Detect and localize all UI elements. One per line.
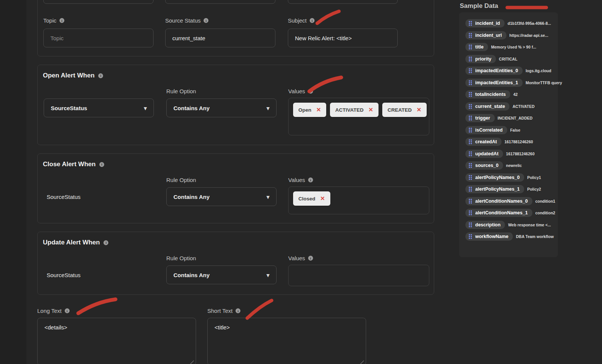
resize-handle-icon[interactable] bbox=[360, 361, 364, 364]
cutoff-input-3[interactable] bbox=[288, 0, 398, 4]
remove-icon[interactable]: ✕ bbox=[316, 106, 321, 113]
sample-field-pill[interactable]: alertPolicyNames_1 bbox=[465, 185, 524, 193]
sample-field-pill[interactable]: createdAt bbox=[465, 138, 502, 146]
sample-data-row[interactable]: impactedEntities_0 logs.itg.cloud bbox=[465, 67, 558, 75]
update-rule-option-dropdown[interactable]: Contains Any ▾ bbox=[166, 265, 277, 284]
subject-input[interactable]: New Relic Alert: <title> bbox=[288, 29, 398, 47]
sample-field-pill[interactable]: current_state bbox=[465, 102, 509, 111]
info-icon[interactable]: i bbox=[308, 256, 313, 261]
update-values-box[interactable] bbox=[288, 265, 429, 286]
resize-handle-icon[interactable] bbox=[190, 361, 194, 364]
sample-field-value: MonitorTTFB query bbox=[526, 80, 562, 85]
values-label-text: Values bbox=[288, 88, 305, 94]
subject-label: Subject i bbox=[288, 17, 315, 24]
cutoff-input-1[interactable] bbox=[43, 0, 154, 4]
info-icon[interactable]: i bbox=[98, 73, 103, 78]
sample-data-row[interactable]: current_state ACTIVATED bbox=[465, 102, 558, 111]
remove-icon[interactable]: ✕ bbox=[368, 106, 373, 113]
sample-field-pill[interactable]: isCorrelated bbox=[465, 126, 507, 134]
info-icon[interactable]: i bbox=[310, 18, 315, 23]
short-text-label: Short Text i bbox=[207, 308, 240, 314]
remove-icon[interactable]: ✕ bbox=[417, 106, 421, 113]
info-icon[interactable]: i bbox=[99, 162, 104, 167]
open-rule-option-dropdown[interactable]: Contains Any ▾ bbox=[166, 99, 277, 117]
value-chip-label: Open bbox=[298, 107, 312, 113]
sample-data-row[interactable]: description Web response time <... bbox=[465, 221, 558, 229]
close-alert-title-text: Close Alert When bbox=[43, 161, 96, 168]
sample-field-pill[interactable]: incident_id bbox=[465, 19, 505, 27]
open-rule-option-label: Rule Option bbox=[166, 88, 196, 94]
sample-data-row[interactable]: priority CRITICAL bbox=[465, 55, 558, 63]
sample-data-row[interactable]: createdAt 1617881246260 bbox=[465, 138, 558, 146]
sample-data-row[interactable]: alertConditionNames_1 condition2 bbox=[465, 209, 558, 217]
sample-field-key: incident_url bbox=[475, 33, 502, 38]
info-icon[interactable]: i bbox=[103, 240, 108, 245]
sample-field-pill[interactable]: sources_0 bbox=[465, 161, 503, 170]
long-text-area[interactable]: <details> bbox=[37, 318, 196, 364]
sample-data-row[interactable]: impactedEntities_1 MonitorTTFB query bbox=[465, 79, 558, 87]
sample-field-pill[interactable]: workflowName bbox=[465, 232, 513, 241]
info-icon[interactable]: i bbox=[204, 18, 208, 23]
close-alert-card: Close Alert When i SourceStatus Rule Opt… bbox=[37, 153, 434, 223]
chevron-down-icon: ▾ bbox=[144, 105, 147, 111]
value-chip: ACTIVATED ✕ bbox=[330, 103, 379, 117]
sample-data-row[interactable]: updatedAt 1617881246260 bbox=[465, 150, 558, 158]
sample-field-pill[interactable]: totalIncidents bbox=[465, 90, 510, 99]
sample-field-value: INCIDENT_ADDED bbox=[498, 116, 533, 120]
sample-field-pill[interactable]: description bbox=[465, 221, 505, 229]
sample-data-row[interactable]: workflowName DBA Team workflow bbox=[465, 232, 558, 241]
close-values-box[interactable]: Closed ✕ bbox=[288, 187, 429, 214]
info-icon[interactable]: i bbox=[236, 308, 240, 313]
sample-field-pill[interactable]: title bbox=[465, 43, 488, 51]
drag-handle-icon bbox=[468, 56, 472, 62]
sample-data-row[interactable]: incident_id d1b1f3fd-995a-4066-8... bbox=[465, 19, 558, 27]
long-text-value: <details> bbox=[44, 324, 67, 331]
sample-field-pill[interactable]: priority bbox=[465, 55, 496, 63]
remove-icon[interactable]: ✕ bbox=[320, 195, 325, 202]
value-chip: CREATED ✕ bbox=[382, 103, 427, 117]
close-rule-option-label: Rule Option bbox=[166, 177, 196, 183]
sample-data-row[interactable]: title Memory Used % > 90 f... bbox=[465, 43, 558, 51]
close-rule-option-dropdown[interactable]: Contains Any ▾ bbox=[166, 187, 277, 206]
sample-data-row[interactable]: totalIncidents 42 bbox=[465, 90, 558, 99]
chevron-down-icon: ▾ bbox=[266, 105, 269, 111]
topic-input[interactable]: Topic bbox=[43, 29, 154, 47]
sample-field-pill[interactable]: updatedAt bbox=[465, 150, 503, 158]
sample-data-row[interactable]: trigger INCIDENT_ADDED bbox=[465, 114, 558, 122]
sample-field-key: current_state bbox=[475, 104, 505, 109]
sample-data-row[interactable]: alertPolicyNames_0 Policy1 bbox=[465, 173, 558, 182]
drag-handle-icon bbox=[468, 92, 472, 97]
sample-field-pill[interactable]: incident_url bbox=[465, 31, 506, 39]
sample-field-value: condition1 bbox=[535, 199, 555, 203]
short-text-area[interactable]: <title> bbox=[207, 318, 366, 364]
sample-field-pill[interactable]: impactedEntities_0 bbox=[465, 67, 523, 75]
info-icon[interactable]: i bbox=[308, 89, 313, 94]
sample-field-pill[interactable]: impactedEntities_1 bbox=[465, 79, 523, 87]
sample-data-row[interactable]: alertConditionNames_0 condition1 bbox=[465, 197, 558, 205]
sample-data-row[interactable]: alertPolicyNames_1 Policy2 bbox=[465, 185, 558, 193]
sample-data-panel: incident_id d1b1f3fd-995a-4066-8... inci… bbox=[459, 12, 558, 257]
drag-handle-icon bbox=[468, 21, 472, 26]
sample-data-row[interactable]: incident_url https://radar-api.se... bbox=[465, 31, 558, 39]
sample-field-pill[interactable]: alertConditionNames_0 bbox=[465, 197, 532, 205]
sample-field-value: ACTIVATED bbox=[512, 104, 535, 109]
drag-handle-icon bbox=[468, 210, 472, 215]
sample-data-row[interactable]: isCorrelated False bbox=[465, 126, 558, 134]
info-icon[interactable]: i bbox=[308, 177, 313, 182]
open-source-field-dropdown[interactable]: SourceStatus ▾ bbox=[44, 99, 154, 117]
topic-label-text: Topic bbox=[43, 17, 56, 24]
sample-data-row[interactable]: sources_0 newrelic bbox=[465, 161, 558, 170]
source-status-input[interactable]: current_state bbox=[165, 29, 275, 47]
sample-field-pill[interactable]: alertConditionNames_1 bbox=[465, 209, 532, 217]
info-icon[interactable]: i bbox=[59, 18, 64, 23]
sample-field-pill[interactable]: alertPolicyNames_0 bbox=[465, 173, 524, 182]
open-values-box[interactable]: Open ✕ ACTIVATED ✕ CREATED ✕ bbox=[288, 98, 429, 135]
update-alert-card: Update Alert When i SourceStatus Rule Op… bbox=[37, 232, 434, 295]
update-values-label: Values i bbox=[288, 255, 313, 261]
sample-field-value: False bbox=[510, 128, 520, 132]
source-status-label: Source Status i bbox=[165, 17, 208, 24]
sample-field-pill[interactable]: trigger bbox=[465, 114, 495, 122]
info-icon[interactable]: i bbox=[65, 308, 70, 313]
cutoff-input-2[interactable] bbox=[165, 0, 275, 4]
sample-field-value: CRITICAL bbox=[499, 57, 517, 61]
